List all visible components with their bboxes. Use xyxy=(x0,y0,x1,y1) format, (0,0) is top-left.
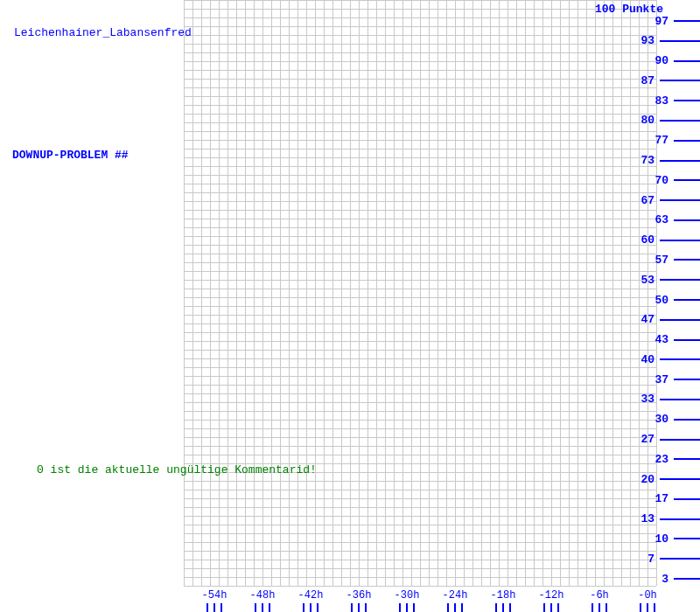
x-tick-label: -6h xyxy=(590,589,609,602)
x-tick-marks xyxy=(399,603,415,612)
y-tick: 67 xyxy=(634,194,700,206)
y-tick-label: 57 xyxy=(648,254,668,267)
y-tick-label: 60 xyxy=(634,233,654,247)
y-tick-mark xyxy=(674,419,700,421)
x-tick-marks xyxy=(303,603,318,612)
y-tick-label: 77 xyxy=(648,134,668,147)
y-tick-label: 93 xyxy=(634,34,654,47)
y-tick-mark xyxy=(674,219,700,221)
x-tick-label: -30h xyxy=(395,589,420,602)
y-tick: 83 xyxy=(648,94,700,107)
x-tick: -48h xyxy=(248,589,277,612)
x-tick: -36h xyxy=(344,589,374,612)
y-tick-label: 70 xyxy=(648,174,668,187)
y-tick: 10 xyxy=(648,532,700,545)
y-tick-mark xyxy=(674,299,700,301)
y-tick: 93 xyxy=(634,35,700,47)
y-tick-mark xyxy=(674,458,700,460)
y-tick-mark xyxy=(674,259,700,261)
y-tick-label: 87 xyxy=(634,74,654,87)
x-tick: -0h xyxy=(633,589,662,612)
y-tick-mark xyxy=(674,140,700,142)
y-tick-mark xyxy=(674,179,700,181)
y-tick: 47 xyxy=(634,314,700,326)
x-tick-marks xyxy=(495,603,511,612)
x-tick-label: -54h xyxy=(202,589,228,602)
x-tick: -6h xyxy=(584,589,614,612)
y-tick-mark xyxy=(674,538,700,539)
x-tick-marks xyxy=(447,603,463,612)
x-tick-label: -0h xyxy=(638,589,657,602)
y-tick: 77 xyxy=(648,135,700,147)
y-tick-label: 10 xyxy=(648,532,668,546)
y-tick-label: 13 xyxy=(634,512,654,525)
y-tick: 3 xyxy=(658,573,700,585)
y-tick-mark xyxy=(674,20,700,22)
x-tick-label: -24h xyxy=(443,589,468,602)
chart-root: Leichenhainer_Labansenfred DOWNUP-PROBLE… xyxy=(0,0,700,612)
y-tick: 43 xyxy=(648,334,700,346)
y-tick-mark xyxy=(660,319,700,321)
y-tick-mark xyxy=(674,339,700,341)
x-tick-label: -18h xyxy=(491,589,516,602)
plot-area xyxy=(184,0,656,586)
x-tick-marks xyxy=(592,603,607,612)
x-tick-marks xyxy=(255,603,270,612)
y-tick-label: 40 xyxy=(634,353,654,366)
y-tick: 80 xyxy=(634,115,700,127)
comment-warning: 0 ist die aktuelle ungültige Kommentarid… xyxy=(37,463,317,476)
problem-label: DOWNUP-PROBLEM ## xyxy=(12,149,129,162)
y-tick-label: 23 xyxy=(648,453,668,466)
y-tick-mark xyxy=(674,578,700,580)
y-tick-mark xyxy=(660,40,700,42)
y-tick-label: 53 xyxy=(634,274,654,287)
y-tick-mark xyxy=(674,498,700,500)
x-tick-marks xyxy=(206,603,222,612)
y-tick: 20 xyxy=(634,473,700,485)
x-tick-label: -48h xyxy=(250,589,276,602)
x-tick: -18h xyxy=(488,589,518,612)
y-tick: 73 xyxy=(634,155,700,167)
y-tick: 27 xyxy=(634,434,700,446)
x-tick-marks xyxy=(351,603,367,612)
y-tick-label: 67 xyxy=(634,194,654,207)
y-tick-mark xyxy=(674,60,700,62)
y-tick-mark xyxy=(660,478,700,480)
y-tick-mark xyxy=(660,518,700,520)
y-tick-mark xyxy=(660,358,700,360)
y-tick-label: 80 xyxy=(634,114,654,127)
x-tick: -42h xyxy=(296,589,326,612)
y-tick-mark xyxy=(660,240,700,241)
y-tick-label: 33 xyxy=(634,393,654,406)
y-tick: 60 xyxy=(634,234,700,247)
y-tick: 37 xyxy=(648,373,700,386)
y-tick-label: 37 xyxy=(648,373,668,386)
y-tick: 53 xyxy=(634,274,700,286)
y-tick-mark xyxy=(660,558,700,560)
y-tick-label: 97 xyxy=(648,15,668,28)
y-tick-mark xyxy=(660,199,700,201)
x-tick-label: -12h xyxy=(539,589,564,602)
y-tick-label: 7 xyxy=(644,553,654,566)
y-tick: 33 xyxy=(634,393,700,406)
y-tick-label: 17 xyxy=(648,492,668,505)
y-tick-label: 30 xyxy=(648,413,668,426)
y-tick: 90 xyxy=(648,55,700,67)
y-tick-label: 63 xyxy=(648,213,668,226)
y-tick-mark xyxy=(660,439,700,441)
y-tick-mark xyxy=(660,279,700,281)
y-tick: 97 xyxy=(648,15,700,27)
x-tick-marks xyxy=(640,603,655,612)
y-tick-label: 3 xyxy=(658,573,668,586)
y-tick: 50 xyxy=(648,294,700,306)
y-tick-mark xyxy=(674,100,700,101)
y-tick: 13 xyxy=(634,513,700,525)
y-tick: 7 xyxy=(644,553,700,565)
x-tick: -54h xyxy=(200,589,229,612)
y-tick: 87 xyxy=(634,74,700,87)
x-tick-label: -36h xyxy=(346,589,372,602)
y-tick: 30 xyxy=(648,414,700,426)
x-tick: -12h xyxy=(536,589,566,612)
y-tick: 70 xyxy=(648,174,700,186)
y-tick-label: 73 xyxy=(634,154,654,167)
